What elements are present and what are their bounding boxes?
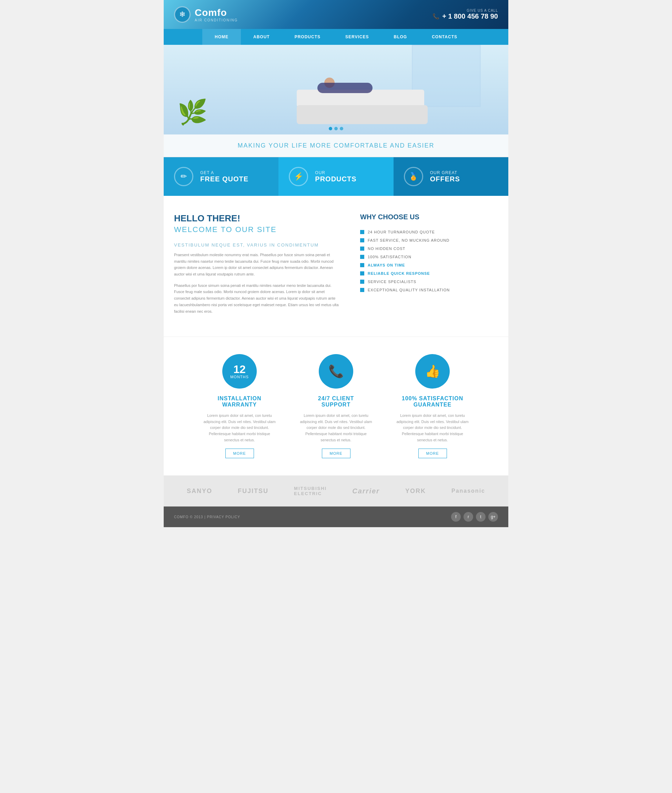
stat-title-guarantee: 100% SATISFACTIONGUARANTEE (395, 396, 470, 408)
nav-services[interactable]: SERVICES (333, 29, 381, 45)
phone-area: GIVE US A CALL 📞 + 1 800 456 78 90 (432, 9, 498, 20)
slider-dot-3[interactable] (340, 127, 343, 130)
action-block-offers[interactable]: 🏅 OUR GREAT OFFERS (394, 157, 508, 196)
products-pre: OUR (315, 170, 356, 175)
action-blocks: ✏ GET A FREE QUOTE ⚡ OUR PRODUCTS 🏅 OUR … (164, 157, 508, 196)
why-bullet-5 (360, 263, 364, 267)
logo-area: ❄ Comfo AIR CONDITIONING (174, 6, 238, 23)
nav-products[interactable]: PRODUCTS (282, 29, 333, 45)
why-bullet-8 (360, 288, 364, 292)
quote-text: GET A FREE QUOTE (200, 170, 248, 183)
logo-sub: AIR CONDITIONING (195, 18, 238, 22)
warranty-more-btn[interactable]: MORE (226, 449, 254, 458)
phone-number: 📞 + 1 800 456 78 90 (432, 13, 498, 20)
quote-main: FREE QUOTE (200, 175, 248, 183)
why-bullet-1 (360, 230, 364, 234)
intro-para2: Phasellus por fusce simum soina penati e… (174, 282, 339, 314)
stat-desc-support: Lorem ipsum dolor sit amet, con turetu a… (298, 413, 374, 443)
why-item-7-text: SERVICE SPECIALISTS (368, 280, 416, 284)
person-figure (317, 78, 403, 105)
why-bullet-7 (360, 280, 364, 284)
social-rss[interactable]: r (464, 512, 473, 522)
couch-decoration (297, 93, 428, 124)
main-content: HELLO THERE! WELCOME TO OUR SITE VESTIBU… (164, 196, 508, 336)
offers-text: OUR GREAT OFFERS (430, 170, 460, 183)
why-bullet-6 (360, 271, 364, 276)
stat-title-support: 24/7 CLIENTSUPPORT (298, 396, 374, 408)
brand-carrier: Carrier (352, 487, 380, 495)
main-nav: HOME ABOUT PRODUCTS SERVICES BLOG CONTAC… (164, 29, 508, 45)
why-item-8-text: EXCEPTIONAL QUALITY INSTALLATION (368, 288, 450, 292)
support-more-btn[interactable]: MORE (322, 449, 350, 458)
offers-icon: 🏅 (404, 167, 423, 186)
why-item-3: NO HIDDEN COST (360, 244, 498, 253)
quote-icon: ✏ (174, 167, 193, 186)
why-item-1-text: 24 HOUR TURNAROUND QUOTE (368, 230, 435, 234)
why-item-2: FAST SERVICE, NO MUCKING AROUND (360, 236, 498, 244)
why-item-5-text: ALWAYS ON TIME (368, 263, 405, 267)
logo-text: Comfo AIR CONDITIONING (195, 7, 238, 22)
slider-dots (329, 127, 343, 130)
why-item-4-text: 100% SATISFACTION (368, 255, 411, 259)
social-google[interactable]: g+ (488, 512, 498, 522)
header: ❄ Comfo AIR CONDITIONING GIVE US A CALL … (164, 0, 508, 29)
brand-panasonic: Panasonic (451, 488, 485, 494)
logo-icon: ❄ (174, 6, 190, 23)
brand-mitsubishi: MITSUBISHIELECTRIC (294, 486, 327, 496)
quote-pre: GET A (200, 170, 248, 175)
slider-dot-2[interactable] (334, 127, 338, 130)
action-block-products[interactable]: ⚡ OUR PRODUCTS (278, 157, 393, 196)
phone-stat-icon: 📞 (328, 364, 344, 378)
hello-title: HELLO THERE! (174, 213, 339, 224)
why-bullet-4 (360, 255, 364, 259)
why-item-6: RELIABLE QUICK RESPONSE (360, 269, 498, 277)
phone-label: GIVE US A CALL (432, 9, 498, 13)
phone-number-text: + 1 800 456 78 90 (442, 13, 498, 20)
why-bullet-2 (360, 238, 364, 242)
stat-guarantee: 👍 100% SATISFACTIONGUARANTEE Lorem ipsum… (395, 354, 470, 458)
why-choose-us: WHY CHOOSE US 24 HOUR TURNAROUND QUOTE F… (360, 213, 498, 319)
footer-copy: COMFO © 2013 | PRIVACY POLICY (174, 515, 240, 519)
social-twitter[interactable]: t (476, 512, 486, 522)
logo-name: Comfo (195, 7, 238, 18)
brand-sanyo: SANYO (187, 487, 212, 495)
why-item-6-text: RELIABLE QUICK RESPONSE (368, 271, 430, 276)
intro-subtitle: VESTIBULUM NEQUE EST, VARIUS IN CONDIMEN… (174, 242, 339, 248)
why-item-5: ALWAYS ON TIME (360, 261, 498, 269)
stat-desc-warranty: Lorem ipsum dolor sit amet, con turetu a… (202, 413, 277, 443)
products-text: OUR PRODUCTS (315, 170, 356, 183)
plant-decoration: 🌿 (178, 100, 208, 124)
social-icons: f r t g+ (451, 512, 498, 522)
why-bullet-3 (360, 247, 364, 251)
offers-pre: OUR GREAT (430, 170, 460, 175)
why-item-2-text: FAST SERVICE, NO MUCKING AROUND (368, 238, 450, 242)
social-facebook[interactable]: f (451, 512, 461, 522)
products-main: PRODUCTS (315, 175, 356, 183)
brand-york: YORK (405, 487, 426, 495)
guarantee-more-btn[interactable]: MORE (418, 449, 447, 458)
offers-main: OFFERS (430, 175, 460, 183)
nav-contacts[interactable]: CONTACTS (419, 29, 470, 45)
why-title: WHY CHOOSE US (360, 213, 498, 221)
why-item-3-text: NO HIDDEN COST (368, 247, 405, 251)
tagline-text: MAKING YOUR LIFE MORE COMFORTABLE AND EA… (237, 142, 434, 149)
nav-blog[interactable]: BLOG (381, 29, 420, 45)
person-body (317, 83, 373, 93)
stat-support: 📞 24/7 CLIENTSUPPORT Lorem ipsum dolor s… (298, 354, 374, 458)
why-list: 24 HOUR TURNAROUND QUOTE FAST SERVICE, N… (360, 228, 498, 294)
tagline-bar: MAKING YOUR LIFE MORE COMFORTABLE AND EA… (164, 135, 508, 157)
couch-seat (297, 105, 428, 124)
welcome-title: WELCOME TO OUR SITE (174, 225, 339, 234)
stat-warranty: 12 MONTHS INSTALLATIONWARRANTY Lorem ips… (202, 354, 277, 458)
stat-num-warranty: 12 (233, 364, 246, 375)
brands-section: SANYO FUJITSU MITSUBISHIELECTRIC Carrier… (164, 476, 508, 506)
nav-about[interactable]: ABOUT (241, 29, 282, 45)
copyright-text: COMFO © 2013 | PRIVACY POLICY (174, 515, 240, 519)
stat-circle-warranty: 12 MONTHS (222, 354, 257, 389)
slider-dot-1[interactable] (329, 127, 332, 130)
nav-home[interactable]: HOME (202, 29, 241, 45)
action-block-quote[interactable]: ✏ GET A FREE QUOTE (164, 157, 278, 196)
intro-para1: Praesent vestibulum molestie nonummy era… (174, 252, 339, 277)
stat-desc-guarantee: Lorem ipsum dolor sit amet, con turetu a… (395, 413, 470, 443)
phone-icon: 📞 (432, 13, 439, 20)
